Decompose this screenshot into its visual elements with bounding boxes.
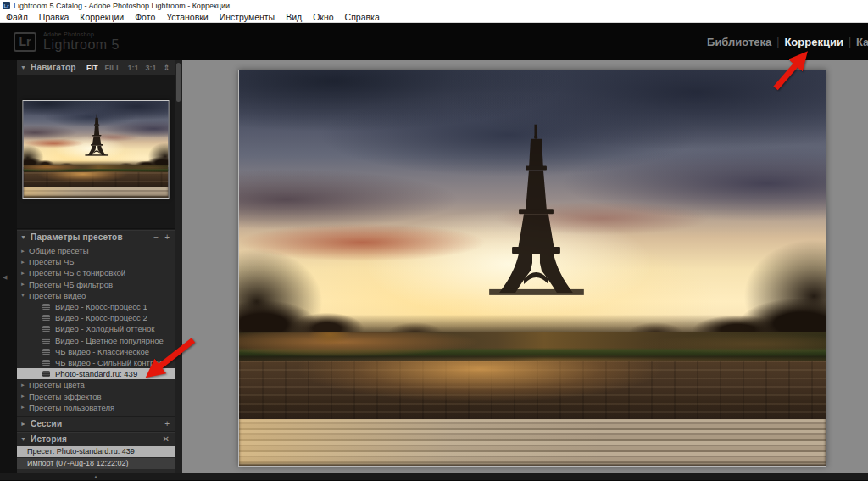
lightroom-logo: Lr Adobe Photoshop Lightroom 5 — [14, 31, 120, 52]
zoom-fit-button[interactable]: FIT — [86, 64, 98, 72]
preset-group-effects[interactable]: ►Пресеты эффектов — [17, 390, 175, 401]
preset-item-label: Видео - Кросс-процесс 2 — [55, 313, 147, 322]
disclosure-expanded-icon[interactable]: ▼ — [20, 436, 31, 442]
menu-tools[interactable]: Инструменты — [220, 12, 275, 22]
zoom-swap-icon[interactable]: ⇕ — [163, 64, 170, 72]
app-icon: Lr — [3, 2, 10, 9]
preset-group-label: Пресеты эффектов — [29, 392, 102, 401]
preset-icon — [42, 315, 50, 321]
navigator-title: Навигатор — [31, 63, 76, 72]
menu-file[interactable]: Файл — [6, 12, 28, 22]
preset-item[interactable]: Видео - Холодный оттенок — [17, 323, 175, 334]
menu-edit[interactable]: Правка — [39, 12, 69, 22]
presets-tree: ►Общие пресеты ►Пресеты ЧБ ►Пресеты ЧБ с… — [17, 244, 175, 413]
preset-group-label: Общие пресеты — [29, 246, 89, 255]
filmstrip-collapsed-bar[interactable]: ▲ — [0, 473, 868, 480]
preset-item-selected[interactable]: Photo-standard.ru: 439 — [17, 368, 175, 379]
disclosure-collapsed-icon: ► — [20, 394, 29, 399]
menu-help[interactable]: Справка — [345, 12, 380, 22]
menu-photo[interactable]: Фото — [135, 12, 155, 22]
preset-group-label: Пресеты пользователя — [29, 403, 114, 412]
disclosure-expanded-icon: ▼ — [20, 293, 29, 298]
presets-title: Параметры пресетов — [31, 232, 123, 242]
preset-group-bw-toned[interactable]: ►Пресеты ЧБ с тонировкой — [17, 267, 175, 278]
navigator-preview-area — [17, 75, 175, 229]
preset-group-general[interactable]: ►Общие пресеты — [17, 245, 175, 256]
add-preset-button[interactable]: + — [164, 232, 170, 242]
menu-develop[interactable]: Коррекции — [80, 12, 124, 22]
lightroom-window: Lr Lightroom 5 Catalog - Adobe Photoshop… — [0, 0, 868, 481]
preset-group-user[interactable]: ►Пресеты пользователя — [17, 402, 175, 413]
preset-icon — [42, 360, 50, 366]
preset-item[interactable]: ЧБ видео - Сильный контраст — [17, 357, 175, 368]
title-bar: Lr Lightroom 5 Catalog - Adobe Photoshop… — [0, 0, 868, 11]
module-bar: Lr Adobe Photoshop Lightroom 5 Библиотек… — [0, 23, 868, 60]
navigator-thumbnail-image — [24, 101, 169, 198]
preset-item[interactable]: ЧБ видео - Классическое — [17, 346, 175, 357]
history-title: История — [31, 434, 67, 444]
disclosure-collapsed-icon[interactable]: ► — [20, 421, 31, 427]
left-panel: ▼ Навигатор FIT FILL 1:1 3:1 ⇕ — [17, 60, 175, 473]
disclosure-collapsed-icon: ► — [20, 383, 29, 388]
navigator-thumbnail[interactable] — [23, 100, 170, 199]
disclosure-expanded-icon[interactable]: ▼ — [20, 64, 31, 70]
preset-group-bw[interactable]: ►Пресеты ЧБ — [17, 256, 175, 267]
disclosure-collapsed-icon: ► — [20, 405, 29, 410]
preset-item[interactable]: Видео - Кросс-процесс 2 — [17, 312, 175, 323]
zoom-fill-button[interactable]: FILL — [104, 64, 120, 72]
clear-history-icon[interactable]: ✕ — [163, 434, 170, 444]
left-panel-scrollbar[interactable] — [175, 60, 182, 473]
history-entry-preset[interactable]: Пресет: Photo-standard.ru: 439 — [17, 446, 175, 457]
disclosure-collapsed-icon: ► — [20, 260, 29, 265]
left-panel-collapse-strip[interactable]: ◀ — [0, 60, 17, 473]
preset-icon — [42, 349, 50, 355]
menu-view[interactable]: Вид — [286, 12, 302, 22]
menu-window[interactable]: Окно — [313, 12, 333, 22]
main-photo[interactable] — [238, 70, 826, 467]
disclosure-expanded-icon[interactable]: ▼ — [20, 234, 31, 240]
eiffel-tower-silhouette — [24, 101, 169, 198]
scrollbar-thumb[interactable] — [176, 63, 181, 102]
preset-group-label: Пресеты ЧБ с тонировкой — [29, 268, 125, 277]
reveal-up-icon[interactable]: ▲ — [93, 473, 98, 480]
disclosure-collapsed-icon: ► — [20, 249, 29, 254]
preset-group-bw-filters[interactable]: ►Пресеты ЧБ фильтров — [17, 279, 175, 290]
menu-bar: Файл Правка Коррекции Фото Установки Инс… — [0, 11, 868, 23]
preset-item-label: Видео - Кросс-процесс 1 — [55, 302, 147, 311]
menu-settings[interactable]: Установки — [166, 12, 208, 22]
module-picker: Библиотека | Коррекции | Карта — [702, 23, 868, 60]
preset-item-label: ЧБ видео - Сильный контраст — [55, 358, 167, 367]
preset-icon — [42, 371, 50, 377]
module-library[interactable]: Библиотека — [702, 36, 776, 48]
preset-item-label: Видео - Холодный оттенок — [55, 324, 154, 333]
brand-adobe-photoshop: Adobe Photoshop — [43, 31, 120, 37]
zoom-3-1-button[interactable]: 3:1 — [145, 64, 156, 72]
preset-group-color[interactable]: ►Пресеты цвета — [17, 379, 175, 390]
history-panel-header[interactable]: ▼ История ✕ — [17, 432, 175, 446]
remove-preset-button[interactable]: − — [153, 232, 159, 242]
preset-item-label: ЧБ видео - Классическое — [55, 347, 149, 356]
history-entry-import[interactable]: Импорт (07-Aug-18 12:22:02) — [17, 458, 175, 469]
add-session-button[interactable]: + — [164, 419, 170, 428]
preset-group-label: Пресеты ЧБ фильтров — [29, 280, 113, 289]
module-map[interactable]: Карта — [851, 36, 868, 48]
collapse-left-icon[interactable]: ◀ — [3, 274, 7, 281]
presets-panel-header[interactable]: ▼ Параметры пресетов − + — [17, 230, 175, 244]
disclosure-collapsed-icon: ► — [20, 282, 29, 287]
preset-item[interactable]: Видео - Цветное популярное — [17, 335, 175, 346]
lr-logo-icon: Lr — [14, 32, 36, 52]
preset-group-video[interactable]: ▼Пресеты видео — [17, 290, 175, 301]
preset-group-label: Пресеты цвета — [29, 380, 85, 389]
preset-icon — [42, 304, 50, 310]
zoom-1-1-button[interactable]: 1:1 — [127, 64, 138, 72]
preset-group-label: Пресеты видео — [29, 291, 86, 300]
module-develop[interactable]: Коррекции — [779, 36, 848, 48]
preset-group-label: Пресеты ЧБ — [29, 257, 75, 266]
sessions-panel-header[interactable]: ► Сессии + — [17, 417, 175, 431]
brand-lightroom-5: Lightroom 5 — [43, 38, 120, 52]
disclosure-collapsed-icon: ► — [20, 271, 29, 276]
eiffel-tower-silhouette — [239, 70, 826, 466]
eiffel-tower-photo — [239, 70, 826, 466]
preset-item[interactable]: Видео - Кросс-процесс 1 — [17, 301, 175, 312]
navigator-panel-header[interactable]: ▼ Навигатор FIT FILL 1:1 3:1 ⇕ — [17, 60, 175, 75]
